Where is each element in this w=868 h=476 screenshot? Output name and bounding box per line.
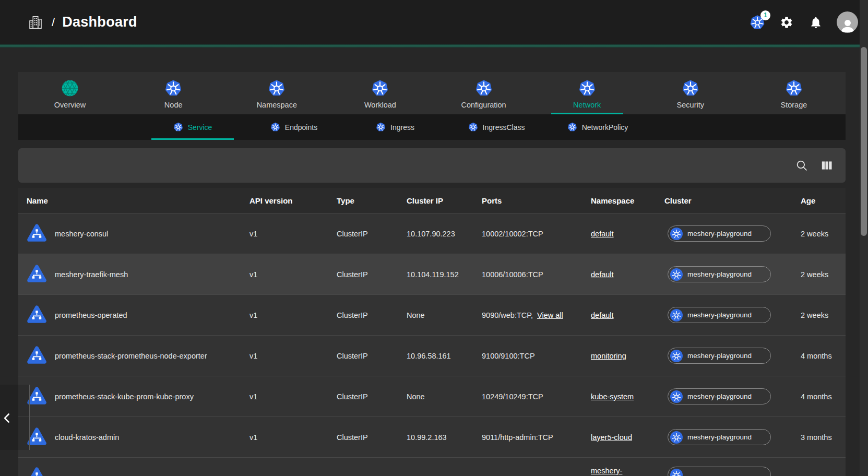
tab-configuration[interactable]: Configuration — [432, 72, 536, 114]
subtab-ingress[interactable]: Ingress — [344, 114, 446, 140]
table-row[interactable]: meshery- — [18, 457, 846, 476]
cluster-chip-label: meshery-playground — [687, 311, 752, 319]
ports-value: 9011/http-admin:TCP — [482, 433, 553, 442]
tab-namespace[interactable]: Namespace — [225, 72, 328, 114]
service-icon — [27, 467, 47, 476]
api-version-cell: v1 — [241, 417, 328, 457]
service-name: prometheus-stack-kube-prom-kube-proxy — [55, 392, 194, 401]
table-row[interactable]: prometheus-operated v1 ClusterIP None 90… — [18, 294, 846, 335]
namespace-link[interactable]: default — [591, 311, 614, 319]
column-header-namespace[interactable]: Namespace — [582, 196, 656, 205]
namespace-cell: default — [582, 254, 656, 294]
tab-label: Storage — [781, 101, 807, 109]
service-icon — [27, 223, 47, 244]
namespace-link[interactable]: layer5-cloud — [591, 433, 632, 442]
table-row[interactable]: meshery-consul v1 ClusterIP 10.107.90.22… — [18, 213, 846, 254]
api-version-cell: v1 — [241, 295, 328, 335]
cluster-ip-cell: 10.99.2.163 — [398, 417, 473, 457]
scrollbar-thumb[interactable] — [861, 47, 867, 236]
kubernetes-icon — [670, 228, 683, 240]
notifications-button[interactable] — [807, 14, 824, 31]
service-name: prometheus-stack-prometheus-node-exporte… — [55, 352, 207, 360]
header-accent-divider — [0, 44, 868, 47]
tab-network[interactable]: Network — [536, 72, 639, 114]
type-cell — [328, 458, 398, 467]
api-version-cell: v1 — [241, 254, 328, 294]
namespace-link[interactable]: meshery- — [591, 467, 622, 475]
cluster-chip[interactable]: meshery-playground — [668, 429, 771, 445]
namespace-link[interactable]: default — [591, 230, 614, 238]
column-header-ports[interactable]: Ports — [473, 196, 582, 205]
tab-workload[interactable]: Workload — [328, 72, 432, 114]
cluster-chip[interactable]: meshery-playground — [668, 225, 771, 242]
kubernetes-icon — [670, 268, 683, 281]
ports-cell: 9011/http-admin:TCP — [473, 417, 582, 457]
table-row[interactable]: prometheus-stack-prometheus-node-exporte… — [18, 335, 846, 376]
tab-label: Node — [164, 101, 183, 109]
cluster-cell: meshery-playground — [656, 336, 792, 376]
cluster-chip[interactable]: meshery-playground — [668, 266, 771, 282]
service-name: meshery-traefik-mesh — [55, 270, 128, 279]
ports-cell: 9100/9100:TCP — [473, 336, 582, 376]
kubernetes-context-button[interactable]: 1 — [749, 14, 766, 31]
table-row[interactable]: prometheus-stack-kube-prom-kube-proxy v1… — [18, 376, 846, 416]
cluster-cell: meshery-playground — [656, 213, 792, 254]
column-header-cluster-ip[interactable]: Cluster IP — [398, 196, 473, 205]
chevron-left-icon[interactable] — [1, 411, 14, 424]
table-row[interactable]: meshery-traefik-mesh v1 ClusterIP 10.104… — [18, 254, 846, 294]
view-all-link[interactable]: View all — [537, 311, 563, 319]
subtab-service[interactable]: Service — [142, 114, 243, 140]
subtab-label: Service — [188, 123, 212, 132]
cluster-chip[interactable] — [668, 467, 771, 476]
kubernetes-icon — [785, 79, 803, 97]
header-actions: 1 — [749, 11, 858, 33]
namespace-link[interactable]: default — [591, 270, 614, 279]
subtab-ingressclass[interactable]: IngressClass — [446, 114, 547, 140]
columns-icon — [820, 159, 834, 172]
cluster-ip-cell: None — [398, 376, 473, 416]
kubernetes-icon — [468, 122, 478, 132]
column-header-cluster[interactable]: Cluster — [656, 196, 792, 205]
services-table: NameAPI versionTypeCluster IPPortsNamesp… — [18, 188, 846, 476]
kubernetes-icon — [670, 350, 683, 362]
cluster-chip[interactable]: meshery-playground — [668, 388, 771, 404]
cluster-ip-cell: 10.107.90.223 — [398, 213, 473, 254]
settings-button[interactable] — [778, 14, 795, 31]
column-header-api-version[interactable]: API version — [241, 196, 328, 205]
organization-building-icon[interactable] — [28, 15, 43, 30]
namespace-link[interactable]: kube-system — [591, 392, 634, 401]
column-header-type[interactable]: Type — [328, 196, 398, 205]
main-tabs: Overview Node Namespace Workload Configu… — [18, 72, 846, 114]
cluster-cell: meshery-playground — [656, 376, 792, 416]
namespace-link[interactable]: monitoring — [591, 352, 626, 360]
age-cell: 2 weeks — [792, 213, 846, 254]
kubernetes-icon — [164, 79, 182, 97]
subtab-label: Endpoints — [285, 123, 317, 132]
age-cell — [792, 458, 846, 467]
view-columns-button[interactable] — [818, 157, 835, 174]
tab-security[interactable]: Security — [639, 72, 742, 114]
tab-node[interactable]: Node — [122, 72, 225, 114]
table-toolbar — [18, 148, 846, 183]
cluster-chip-label: meshery-playground — [687, 433, 752, 441]
subtab-networkpolicy[interactable]: NetworkPolicy — [547, 114, 648, 140]
context-count-badge: 1 — [760, 10, 770, 20]
table-row[interactable]: cloud-kratos-admin v1 ClusterIP 10.99.2.… — [18, 416, 846, 457]
cluster-chip[interactable]: meshery-playground — [668, 307, 771, 323]
column-header-name[interactable]: Name — [18, 196, 241, 205]
ports-cell — [473, 458, 582, 467]
namespace-cell: monitoring — [582, 336, 656, 376]
cluster-chip-label: meshery-playground — [687, 270, 752, 278]
service-icon — [27, 264, 47, 284]
type-cell: ClusterIP — [328, 213, 398, 254]
tab-overview[interactable]: Overview — [18, 72, 122, 114]
cluster-chip-label: meshery-playground — [687, 392, 752, 400]
column-header-age[interactable]: Age — [792, 196, 846, 205]
search-button[interactable] — [793, 157, 810, 174]
ports-value: 10006/10006:TCP — [482, 270, 543, 279]
tab-storage[interactable]: Storage — [742, 72, 846, 114]
cluster-chip[interactable]: meshery-playground — [668, 348, 771, 364]
user-avatar[interactable] — [837, 11, 858, 33]
api-version-cell: v1 — [241, 213, 328, 254]
subtab-endpoints[interactable]: Endpoints — [243, 114, 344, 140]
